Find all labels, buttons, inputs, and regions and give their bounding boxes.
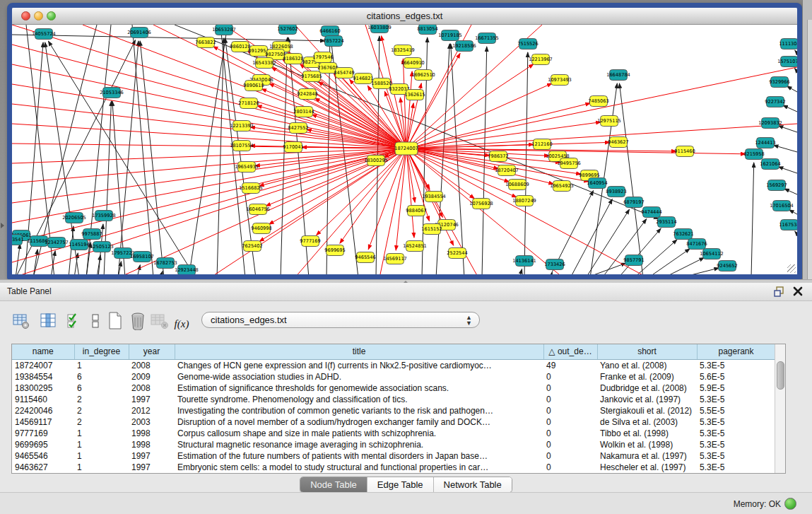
graph-node[interactable]: 10756928 [469,199,493,209]
graph-node[interactable]: 12923448 [175,265,199,275]
panel-collapse-arrow-icon[interactable] [1,223,4,228]
graph-node[interactable]: 20691406 [127,28,151,38]
graph-node[interactable]: 18325419 [391,45,415,56]
row-height-button[interactable] [86,311,105,331]
graph-node[interactable]: 2522544 [447,248,467,259]
graph-node[interactable]: 10973493 [548,75,572,86]
column-header[interactable]: name [12,344,74,359]
graph-node[interactable]: 18300295 [364,156,388,166]
table-options-button[interactable] [12,311,30,331]
graph-node[interactable]: 21053346 [100,88,124,98]
scrollbar-thumb[interactable] [777,361,784,390]
resize-grip[interactable] [787,264,796,273]
graph-node[interactable]: 12342757 [45,238,69,248]
table-header-row[interactable]: namein_degreeyeartitle△ out_de…shortpage… [12,344,775,359]
table-row[interactable]: 1830029562008Estimation of significance … [12,382,775,394]
graph-node[interactable]: 8813054 [417,25,437,35]
graph-node[interactable]: 9975887 [81,229,102,240]
graph-node[interactable]: 9884067 [406,206,426,216]
table-row[interactable]: 1938455462009Genome-wide association stu… [12,371,775,382]
graph-node[interactable]: 16962510 [411,70,435,81]
graph-node[interactable]: 9699695 [324,245,345,256]
column-header[interactable]: △ out_de… [543,344,597,359]
graph-node[interactable]: 7485063 [588,96,608,107]
column-header[interactable]: pagerank [697,344,775,359]
graph-node[interactable]: 16671355 [475,33,499,44]
table-row[interactable]: 911546021997Tourette syndrome. Phenomeno… [12,394,775,405]
graph-node[interactable]: 18807249 [512,196,536,206]
graph-node[interactable]: 16640910 [401,58,425,69]
graph-node[interactable]: 9115460 [674,146,695,157]
graph-node[interactable]: 2935114 [656,217,676,228]
graph-node[interactable]: 16958107 [130,252,154,262]
window-titlebar[interactable]: citations_edges.txt [12,8,797,25]
graph-node[interactable]: 9227342 [765,97,785,107]
graph-node[interactable]: 1621064 [760,159,780,170]
graph-node[interactable]: 18107554 [230,141,254,151]
graph-node[interactable]: 14055724 [32,29,56,40]
graph-node[interactable]: 7663822 [195,37,216,48]
graph-node[interactable]: 16033809 [367,25,392,33]
graph-node[interactable]: 9860128 [230,42,250,52]
graph-node[interactable]: 15166825 [239,183,263,194]
graph-node[interactable]: 16782753 [153,258,177,269]
graph-node[interactable]: 14524851 [403,241,427,252]
graph-node[interactable]: 8454749 [334,68,354,78]
graph-node[interactable]: 9857791 [623,255,644,266]
table-row[interactable]: 1456911722003Disruption of a novel membe… [12,416,775,428]
graph-node[interactable]: 15751074 [777,57,797,67]
graph-node[interactable]: 17016504 [770,201,794,211]
table-row[interactable]: 977716911998Corpus callosum shape and si… [12,428,775,439]
graph-node[interactable]: 8427552 [288,123,308,134]
graph-node[interactable]: 9170041 [283,142,303,153]
tab-node-table[interactable]: Node Table [300,477,367,492]
network-table-selector[interactable]: citations_edges.txt ▲▼ [201,312,480,328]
create-column-button[interactable] [106,311,124,331]
table-row[interactable]: 946554611997Estimation of the future num… [12,450,775,462]
graph-node[interactable]: 9175685 [301,71,322,82]
graph-node[interactable]: 19384554 [422,192,446,202]
graph-node[interactable]: 1111304 [779,39,797,49]
graph-node[interactable]: 7625402 [242,241,262,252]
column-header[interactable]: year [129,344,175,359]
function-builder-button[interactable]: f(x) [172,314,191,334]
graph-node[interactable]: 16046756 [246,204,270,215]
graph-node[interactable]: 9460998 [251,223,271,234]
graph-node[interactable]: 12093832 [758,118,782,129]
graph-node[interactable]: 12213393 [230,121,254,132]
graph-node[interactable]: 19654935 [235,162,259,173]
graph-node[interactable]: 17359928 [92,211,116,221]
graph-node[interactable]: 1615152 [421,224,442,235]
graph-node[interactable]: 2803144 [293,107,314,117]
graph-node[interactable]: 7986372 [488,151,508,162]
graph-node[interactable]: 9777169 [300,236,320,247]
graph-node[interactable]: 8186328 [283,54,303,64]
float-panel-icon[interactable] [774,286,785,297]
graph-node[interactable]: 9245652 [717,261,737,271]
graph-node[interactable]: 1167534 [779,220,797,230]
graph-node[interactable]: 6879197 [623,197,644,208]
graph-node[interactable]: 18720407 [495,165,519,176]
table-row[interactable]: 1872400712008Changes of HCN gene express… [12,359,775,371]
graph-node[interactable]: 1797546 [312,52,333,63]
graph-node[interactable]: 12505123 [90,242,114,252]
graph-node[interactable]: 9474444 [641,207,661,218]
graph-node[interactable]: 7857224 [323,36,343,47]
column-header[interactable]: title [175,344,543,359]
graph-node[interactable]: 1244413 [755,138,775,148]
column-header[interactable]: short [597,344,697,359]
graph-node[interactable]: 16648784 [606,70,630,81]
graph-node[interactable]: 2718126 [238,98,259,109]
graph-node[interactable]: 18724007 [394,142,418,155]
graph-node[interactable]: 12975115 [597,116,621,127]
graph-node[interactable]: 1145194 [69,240,89,250]
tab-network-table[interactable]: Network Table [434,477,512,492]
graph-node[interactable]: 8215958 [743,149,764,160]
table-row[interactable]: 946362711997Embryonic stem cells: a mode… [12,462,775,473]
show-columns-button[interactable] [39,311,57,331]
graph-node[interactable]: 8471676 [686,239,707,250]
network-canvas[interactable]: 7663822986012889129541822605898275081654… [12,25,797,274]
graph-node[interactable]: 7515526 [517,39,538,49]
graph-node[interactable]: 10688609 [505,180,529,190]
graph-node[interactable]: 3913541 [12,235,24,245]
